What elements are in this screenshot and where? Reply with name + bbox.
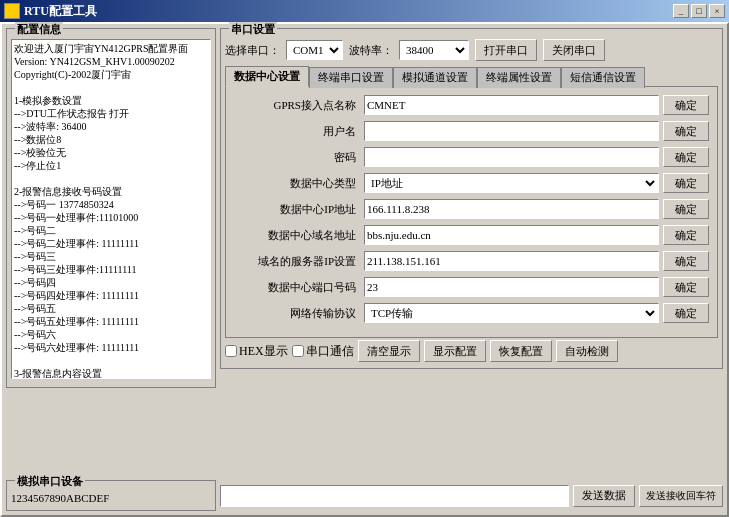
username-confirm-button[interactable]: 确定 <box>663 121 709 141</box>
dns-input[interactable] <box>364 251 659 271</box>
dc-domain-label: 数据中心域名地址 <box>234 228 364 243</box>
dc-type-row: 数据中心类型 IP地址域名 确定 <box>234 173 709 193</box>
dc-type-label: 数据中心类型 <box>234 176 364 191</box>
dc-ip-label: 数据中心IP地址 <box>234 202 364 217</box>
dc-type-select[interactable]: IP地址域名 <box>364 173 659 193</box>
password-label: 密码 <box>234 150 364 165</box>
close-button[interactable]: × <box>709 4 725 18</box>
bottom-area: 模拟串口设备 1234567890ABCDEF 发送数据 发送接收回车符 <box>2 478 727 515</box>
send-input[interactable] <box>220 485 569 507</box>
send-data-button[interactable]: 发送数据 <box>573 485 635 507</box>
password-row: 密码 确定 <box>234 147 709 167</box>
dc-domain-row: 数据中心域名地址 确定 <box>234 225 709 245</box>
tab-sms[interactable]: 短信通信设置 <box>561 67 645 88</box>
serial-comm-checkbox[interactable] <box>292 345 304 357</box>
window-title: RTU配置工具 <box>24 3 97 20</box>
clear-button[interactable]: 清空显示 <box>358 340 420 362</box>
dns-label: 域名的服务器IP设置 <box>234 254 364 269</box>
username-label: 用户名 <box>234 124 364 139</box>
gprs-input[interactable] <box>364 95 659 115</box>
tab-data-center[interactable]: 数据中心设置 <box>225 66 309 87</box>
serial-top-row: 选择串口： COM1COM2COM3 波特率： 38400960019200 打… <box>225 39 718 61</box>
show-config-button[interactable]: 显示配置 <box>424 340 486 362</box>
minimize-button[interactable]: _ <box>673 4 689 18</box>
left-panel: 配置信息 <box>6 28 216 474</box>
send-recv-button[interactable]: 发送接收回车符 <box>639 485 723 507</box>
port-device-group: 模拟串口设备 1234567890ABCDEF <box>6 480 216 511</box>
tab-terminal-prop[interactable]: 终端属性设置 <box>477 67 561 88</box>
net-proto-label: 网络传输协议 <box>234 306 364 321</box>
tab-content-data-center: GPRS接入点名称 确定 用户名 确定 密码 确定 <box>225 86 718 338</box>
dns-confirm-button[interactable]: 确定 <box>663 251 709 271</box>
serial-comm-label: 串口通信 <box>306 343 354 360</box>
serial-settings-title: 串口设置 <box>229 22 277 37</box>
config-info-title: 配置信息 <box>15 22 63 37</box>
gprs-label: GPRS接入点名称 <box>234 98 364 113</box>
dc-domain-confirm-button[interactable]: 确定 <box>663 225 709 245</box>
title-bar-buttons: _ □ × <box>673 4 725 18</box>
port-select[interactable]: COM1COM2COM3 <box>286 40 343 60</box>
port-label: 选择串口： <box>225 43 280 58</box>
baud-label: 波特率： <box>349 43 393 58</box>
serial-comm-checkbox-label: 串口通信 <box>292 343 354 360</box>
password-confirm-button[interactable]: 确定 <box>663 147 709 167</box>
baud-select[interactable]: 38400960019200 <box>399 40 469 60</box>
dc-ip-input[interactable] <box>364 199 659 219</box>
open-port-button[interactable]: 打开串口 <box>475 39 537 61</box>
dc-port-input[interactable] <box>364 277 659 297</box>
bottom-bar: HEX显示 串口通信 清空显示 显示配置 恢复配置 自动检测 <box>225 338 718 364</box>
right-panel: 串口设置 选择串口： COM1COM2COM3 波特率： 38400960019… <box>220 28 723 474</box>
content-area: 配置信息 串口设置 选择串口： COM1COM2COM3 波特率： 384009… <box>2 24 727 478</box>
restore-config-button[interactable]: 恢复配置 <box>490 340 552 362</box>
hex-label: HEX显示 <box>239 343 288 360</box>
dc-port-row: 数据中心端口号码 确定 <box>234 277 709 297</box>
hex-checkbox[interactable] <box>225 345 237 357</box>
maximize-button[interactable]: □ <box>691 4 707 18</box>
port-device-text: 1234567890ABCDEF <box>11 492 109 504</box>
tab-strip: 数据中心设置 终端串口设置 模拟通道设置 终端属性设置 短信通信设置 <box>225 65 718 86</box>
username-row: 用户名 确定 <box>234 121 709 141</box>
net-proto-confirm-button[interactable]: 确定 <box>663 303 709 323</box>
dns-row: 域名的服务器IP设置 确定 <box>234 251 709 271</box>
password-input[interactable] <box>364 147 659 167</box>
main-window: 配置信息 串口设置 选择串口： COM1COM2COM3 波特率： 384009… <box>0 22 729 517</box>
net-proto-row: 网络传输协议 TCP传输UDP传输 确定 <box>234 303 709 323</box>
dc-port-label: 数据中心端口号码 <box>234 280 364 295</box>
dc-type-confirm-button[interactable]: 确定 <box>663 173 709 193</box>
tab-terminal-port[interactable]: 终端串口设置 <box>309 67 393 88</box>
dc-ip-confirm-button[interactable]: 确定 <box>663 199 709 219</box>
title-bar: RTU配置工具 _ □ × <box>0 0 729 22</box>
close-port-button[interactable]: 关闭串口 <box>543 39 605 61</box>
hex-checkbox-label: HEX显示 <box>225 343 288 360</box>
gprs-confirm-button[interactable]: 确定 <box>663 95 709 115</box>
dc-port-confirm-button[interactable]: 确定 <box>663 277 709 297</box>
auto-detect-button[interactable]: 自动检测 <box>556 340 618 362</box>
tab-simulate-channel[interactable]: 模拟通道设置 <box>393 67 477 88</box>
net-proto-select[interactable]: TCP传输UDP传输 <box>364 303 659 323</box>
port-device-title: 模拟串口设备 <box>15 474 85 489</box>
config-text-area[interactable] <box>11 39 211 379</box>
app-icon <box>4 3 20 19</box>
serial-settings-group: 串口设置 选择串口： COM1COM2COM3 波特率： 38400960019… <box>220 28 723 369</box>
username-input[interactable] <box>364 121 659 141</box>
send-area: 发送数据 发送接收回车符 <box>220 485 723 507</box>
dc-domain-input[interactable] <box>364 225 659 245</box>
dc-ip-row: 数据中心IP地址 确定 <box>234 199 709 219</box>
config-info-group: 配置信息 <box>6 28 216 388</box>
gprs-row: GPRS接入点名称 确定 <box>234 95 709 115</box>
